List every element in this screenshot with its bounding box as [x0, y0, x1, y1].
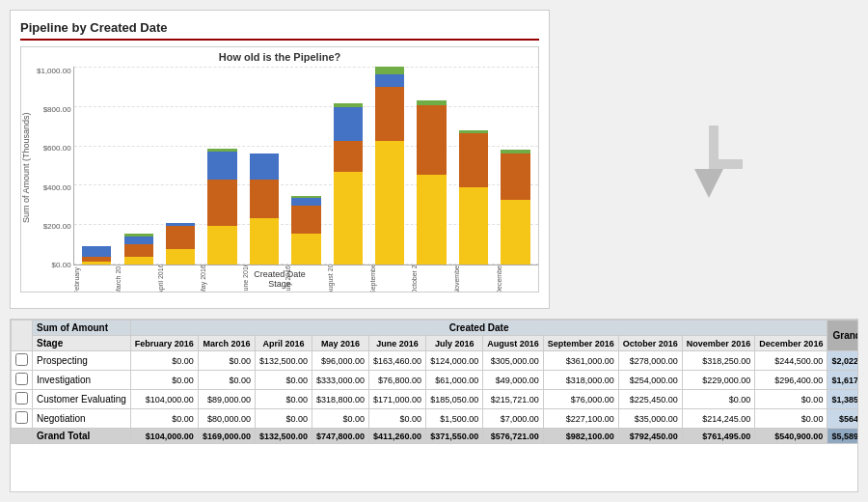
sum-of-amount-label: Sum of Amount	[33, 321, 131, 336]
bar-segment-investigation	[291, 206, 320, 234]
value-cell: $0.00	[369, 409, 426, 429]
bar-group	[495, 67, 536, 265]
value-cell: $96,000.00	[312, 351, 369, 371]
bar-group	[159, 67, 201, 265]
value-cell: $278,000.00	[618, 351, 682, 371]
bar-segment-prospecting	[459, 187, 488, 265]
bar-group	[202, 67, 243, 265]
value-cell: $214,245.00	[682, 409, 755, 429]
chart-plot: February 2016March 2016April 2016May 201…	[73, 67, 538, 269]
value-cell: $227,100.00	[543, 409, 618, 429]
bar-group	[118, 67, 159, 265]
bar-segment-investigation	[375, 87, 404, 141]
x-label: May 2016	[200, 265, 242, 293]
x-label: December 20...	[496, 265, 538, 293]
x-label: October 2016	[411, 265, 453, 293]
value-cell: $333,000.00	[312, 371, 369, 390]
bars-area	[73, 67, 538, 265]
arrow-icon	[665, 116, 752, 203]
row-checkbox[interactable]	[15, 353, 28, 366]
grand-total-value: $104,000.00	[130, 429, 198, 444]
value-cell: $104,000.00	[130, 390, 198, 409]
month-column-header: June 2016	[369, 336, 426, 351]
stage-label: Stage	[33, 336, 131, 351]
month-column-header: April 2016	[255, 336, 312, 351]
value-cell: $124,000.00	[426, 351, 483, 371]
value-cell: $1,500.00	[426, 409, 483, 429]
value-cell: $132,500.00	[255, 351, 312, 371]
table-row: Investigation$0.00$0.00$0.00$333,000.00$…	[12, 371, 859, 390]
bar-segment-prospecting	[82, 262, 111, 265]
month-column-header: September 2016	[543, 336, 618, 351]
bar-segment-prospecting	[166, 249, 195, 265]
row-total-cell: $2,022,710.00	[827, 351, 858, 371]
row-checkbox[interactable]	[15, 411, 28, 424]
value-cell: $225,450.00	[618, 390, 682, 409]
value-cell: $254,000.00	[618, 371, 682, 390]
grand-total-value: $169,000.00	[198, 429, 255, 444]
bar-segment-customer	[124, 237, 153, 244]
row-total-cell: $564,845.00	[827, 409, 858, 429]
table-row: Prospecting$0.00$0.00$132,500.00$96,000.…	[12, 351, 859, 371]
bar-group	[411, 67, 452, 265]
month-column-header: November 2016	[682, 336, 755, 351]
value-cell: $318,000.00	[543, 371, 618, 390]
month-column-header: March 2016	[198, 336, 255, 351]
value-cell: $296,400.00	[755, 371, 827, 390]
stage-cell: Prospecting	[33, 351, 131, 371]
value-cell: $0.00	[682, 390, 755, 409]
value-cell: $80,000.00	[198, 409, 255, 429]
x-labels-row: February 2016March 2016April 2016May 201…	[73, 265, 538, 293]
y-labels: $1,000.00 $800.00 $600.00 $400.00 $200.0…	[37, 67, 73, 269]
bar-group	[76, 67, 118, 265]
grand-total-value: $371,550.00	[426, 429, 483, 444]
row-total-cell: $1,385,021.00	[827, 390, 858, 409]
value-cell: $244,500.00	[755, 351, 827, 371]
bar-segment-customer	[334, 107, 363, 141]
x-label: June 2016	[242, 265, 285, 293]
value-cell: $318,250.00	[682, 351, 755, 371]
grand-total-value: $982,100.00	[543, 429, 618, 444]
bar-segment-customer	[207, 152, 236, 180]
bar-segment-prospecting	[250, 218, 279, 265]
bar-group	[327, 67, 368, 265]
x-label: April 2016	[157, 265, 200, 293]
value-cell: $171,000.00	[369, 390, 426, 409]
chart-inner-title: How old is the Pipeline?	[21, 51, 538, 63]
value-cell: $49,000.00	[483, 371, 544, 390]
bar-segment-prospecting	[291, 234, 320, 265]
pivot-table-section: Sum of AmountCreated DateGrand TotalStag…	[10, 319, 858, 492]
stage-cell: Investigation	[33, 371, 131, 390]
value-cell: $318,800.00	[312, 390, 369, 409]
row-checkbox[interactable]	[15, 373, 28, 385]
bar-segment-customer	[375, 74, 404, 87]
month-column-header: December 2016	[755, 336, 827, 351]
bar-segment-prospecting	[501, 200, 529, 265]
month-column-header: August 2016	[483, 336, 544, 351]
bar-segment-investigation	[250, 180, 279, 218]
value-cell: $185,050.00	[426, 390, 483, 409]
value-cell: $89,000.00	[198, 390, 255, 409]
bar-group	[368, 67, 410, 265]
value-cell: $0.00	[198, 371, 255, 390]
bar-segment-customer	[291, 198, 320, 206]
value-cell: $215,721.00	[483, 390, 544, 409]
month-column-header: May 2016	[312, 336, 369, 351]
stage-cell: Customer Evaluating	[33, 390, 131, 409]
row-checkbox[interactable]	[15, 392, 28, 404]
table-row: Customer Evaluating$104,000.00$89,000.00…	[12, 390, 859, 409]
value-cell: $305,000.00	[483, 351, 544, 371]
x-label: August 2016	[327, 265, 369, 293]
bar-segment-prospecting	[207, 226, 236, 265]
cb-header	[12, 321, 33, 351]
grand-total-value: $540,900.00	[755, 429, 827, 444]
chart-container: Pipeline by Created Date How old is the …	[10, 10, 550, 309]
value-cell: $35,000.00	[618, 409, 682, 429]
x-label: November 20...	[453, 265, 496, 293]
bar-segment-customer	[82, 246, 111, 257]
month-column-header: October 2016	[618, 336, 682, 351]
bar-group	[452, 67, 494, 265]
value-cell: $0.00	[755, 409, 827, 429]
value-cell: $361,000.00	[543, 351, 618, 371]
grand-total-value: $411,260.00	[369, 429, 426, 444]
